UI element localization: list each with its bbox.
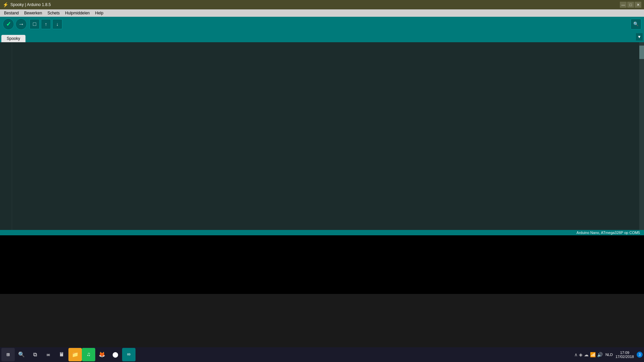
vertical-scrollbar[interactable] xyxy=(639,42,644,230)
open-button[interactable]: ↑ xyxy=(41,19,51,29)
scrollbar-thumb[interactable] xyxy=(639,46,644,59)
menu-schets[interactable]: Schets xyxy=(45,10,62,16)
app-icon: ⚡ xyxy=(3,2,8,7)
status-bar: Arduino Nano, ATmega328P op COM5 xyxy=(0,230,644,235)
tray-sound[interactable]: 🔊 xyxy=(597,352,603,357)
clock: 17:09 17/02/2018 xyxy=(615,351,634,359)
taskbar: ⊞ 🔍 ⧉ ✉ 🖩 📁 ♫ 🦊 ⬤ ∞ ∧ ◈ ☁ 📶 🔊 NLD 17:09 … xyxy=(0,347,644,362)
start-button[interactable]: ⊞ xyxy=(1,348,15,361)
upload-button[interactable]: → xyxy=(15,18,27,30)
menu-bestand[interactable]: Bestand xyxy=(1,10,21,16)
tray-icons: ∧ ◈ ☁ 📶 🔊 xyxy=(574,352,603,357)
tab-dropdown[interactable]: ▼ xyxy=(636,33,643,41)
mail-button[interactable]: ✉ xyxy=(42,348,55,361)
tab-bar: Spooky ▼ xyxy=(0,32,644,42)
tray-dropbox[interactable]: ◈ xyxy=(579,352,583,357)
toolbar: ✓ → □ ↑ ↓ 🔍 xyxy=(0,17,644,32)
task-view-button[interactable]: ⧉ xyxy=(28,348,42,361)
calculator-button[interactable]: 🖩 xyxy=(55,348,68,361)
search-button[interactable]: 🔍 xyxy=(631,19,641,29)
code-editor[interactable] xyxy=(0,42,644,230)
menu-bar: Bestand Bewerken Schets Hulpmiddelen Hel… xyxy=(0,9,644,17)
menu-bewerken[interactable]: Bewerken xyxy=(21,10,45,16)
clock-date: 17/02/2018 xyxy=(615,355,634,359)
notification-badge[interactable]: 3 xyxy=(637,352,643,358)
output-area xyxy=(0,235,644,294)
minimize-button[interactable]: — xyxy=(620,2,627,8)
new-button[interactable]: □ xyxy=(30,19,40,29)
language-indicator[interactable]: NLD xyxy=(605,353,613,357)
menu-hulpmiddelen[interactable]: Hulpmiddelen xyxy=(62,10,92,16)
search-taskbar-button[interactable]: 🔍 xyxy=(15,348,28,361)
tray-wifi[interactable]: 📶 xyxy=(590,352,596,357)
clock-time: 17:09 xyxy=(615,351,634,355)
code-content[interactable] xyxy=(12,42,644,230)
firefox-button[interactable]: 🦊 xyxy=(95,348,109,361)
spotify-button[interactable]: ♫ xyxy=(82,348,95,361)
board-info: Arduino Nano, ATmega328P op COM5 xyxy=(577,231,640,235)
menu-help[interactable]: Help xyxy=(93,10,106,16)
tray-chevron[interactable]: ∧ xyxy=(574,352,578,357)
title-bar: ⚡ Spooky | Arduino 1.8.5 — □ ✕ xyxy=(0,0,644,9)
code-container xyxy=(0,42,644,230)
arduino-button[interactable]: ∞ xyxy=(122,348,136,361)
save-button[interactable]: ↓ xyxy=(52,19,62,29)
tab-spooky[interactable]: Spooky xyxy=(1,35,25,42)
tray-cloud[interactable]: ☁ xyxy=(584,352,589,357)
title-bar-left: ⚡ Spooky | Arduino 1.8.5 xyxy=(3,2,51,7)
line-numbers xyxy=(0,42,12,230)
taskbar-right: ∧ ◈ ☁ 📶 🔊 NLD 17:09 17/02/2018 3 xyxy=(574,351,643,359)
explorer-button[interactable]: 📁 xyxy=(68,348,82,361)
verify-button[interactable]: ✓ xyxy=(3,18,14,30)
chrome-button[interactable]: ⬤ xyxy=(109,348,122,361)
close-button[interactable]: ✕ xyxy=(635,2,641,8)
title-bar-controls[interactable]: — □ ✕ xyxy=(620,2,641,8)
window-title: Spooky | Arduino 1.8.5 xyxy=(10,2,51,7)
maximize-button[interactable]: □ xyxy=(627,2,634,8)
